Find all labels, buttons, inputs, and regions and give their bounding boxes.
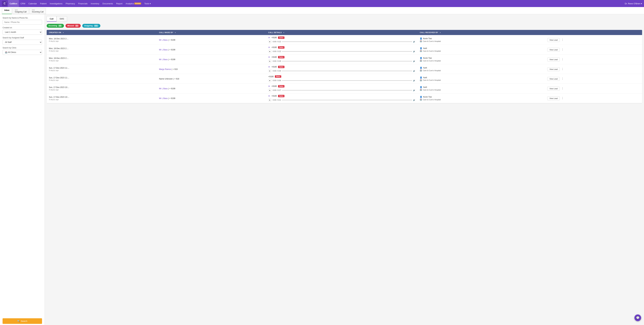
tab-sms[interactable]: SMS	[56, 16, 67, 22]
volume-icon-4[interactable]: 🔊	[413, 80, 415, 82]
cell-received-1: 👤 Aarti 🏥 Care & Cure's Hospital	[418, 45, 545, 55]
more-options-button-6[interactable]: ⋮	[560, 96, 565, 100]
more-options-button-1[interactable]: ⋮	[560, 48, 565, 51]
volume-icon-1[interactable]: 🔊	[413, 50, 415, 53]
progress-bar-1[interactable]	[282, 51, 412, 52]
nav-investigations[interactable]: Investigations	[48, 0, 64, 7]
subtab-outgoing-call[interactable]: New Outgoing Call	[12, 8, 29, 14]
caller-link-6[interactable]: Mr L Basu	[159, 97, 168, 100]
view-lead-button-4[interactable]: View Lead	[547, 77, 560, 81]
clinic-select[interactable]: 🏥 All Clinics	[2, 50, 42, 55]
more-options-button-3[interactable]: ⋮	[560, 67, 565, 71]
subtab-outgoing-sublabel: New	[15, 9, 26, 11]
search-button[interactable]: 🔍 Search	[2, 318, 42, 324]
main-content: Call SMS Incoming 40 Missed 32 Outgoing …	[45, 14, 644, 325]
caller-link-0[interactable]: Mr L Basu	[159, 39, 168, 41]
volume-icon-5[interactable]: 🔊	[413, 89, 415, 91]
caller-link-3[interactable]: Margo Ramos	[159, 68, 171, 70]
nav-calendar[interactable]: Calendar	[27, 0, 38, 7]
nav-callbox[interactable]: CallBox	[8, 0, 19, 7]
app-logo[interactable]: C n	[2, 1, 7, 6]
rcv-name-1: 👤 Aarti	[420, 47, 543, 50]
play-button-3[interactable]: ▶	[268, 69, 272, 73]
user-menu[interactable]: Dr. Rene O'Brien ▾	[625, 3, 642, 5]
col-created-on-filter-icon[interactable]: ▼	[62, 32, 64, 34]
more-options-button-5[interactable]: ⋮	[560, 87, 565, 90]
caller-pipe-2: |	[168, 58, 169, 61]
caller-phone-1: + 9199	[170, 49, 175, 51]
cell-received-4: 👤 Aarti 🏥 Care & Cure's Hospital	[418, 74, 545, 84]
nav-crm[interactable]: CRM	[19, 0, 27, 7]
play-button-1[interactable]: ▶	[268, 50, 272, 53]
rcv-clinic-3: 🏥 Care & Cure's Hospital	[420, 69, 543, 72]
subtab-inbox[interactable]: Inbox	[2, 8, 12, 14]
view-lead-button-2[interactable]: View Lead	[547, 58, 560, 61]
caller-link-2[interactable]: Mr L Basu	[159, 58, 168, 61]
col-call-received-by[interactable]: CALL RECEIVED BY ▼	[418, 30, 545, 35]
filter-missed[interactable]: Missed 32	[66, 24, 81, 28]
view-lead-button-5[interactable]: View Lead	[547, 87, 560, 91]
rcv-name-0: 👤 Kevin Two	[420, 38, 543, 40]
nav-financials[interactable]: Financials	[76, 0, 89, 7]
play-button-6[interactable]: ▶	[268, 98, 272, 102]
caller-link-1[interactable]: Mr L Basu	[159, 49, 168, 51]
assigned-staff-label: Search by Assigned Staff	[2, 37, 42, 39]
more-options-button-0[interactable]: ⋮	[560, 38, 565, 42]
filter-incoming[interactable]: Incoming 40	[47, 24, 64, 28]
volume-icon-6[interactable]: 🔊	[413, 99, 415, 101]
assigned-staff-select[interactable]: All Staff	[2, 40, 42, 45]
progress-bar-0[interactable]	[282, 42, 412, 42]
more-options-button-4[interactable]: ⋮	[560, 77, 565, 81]
play-button-0[interactable]: ▶	[268, 40, 272, 43]
audio-player-4: ▶ 0:00 / 0:06 🔊	[268, 79, 415, 82]
cell-caller-6: Mr L Basu | + 9199	[157, 93, 266, 103]
audio-player-0: ▶ 0:00 / 0:22 🔊	[268, 40, 415, 43]
volume-icon-2[interactable]: 🔊	[413, 60, 415, 62]
play-button-4[interactable]: ▶	[268, 79, 272, 82]
col-call-details-filter-icon[interactable]: ▼	[283, 32, 284, 34]
user-label: Dr. Rene O'Brien ▾	[625, 3, 642, 5]
volume-icon-3[interactable]: 🔊	[413, 70, 415, 72]
chat-bubble[interactable]: 💬	[634, 314, 641, 321]
volume-icon-0[interactable]: 🔊	[413, 41, 415, 43]
col-call-made-by-filter-icon[interactable]: ▼	[174, 32, 176, 34]
nav-inventory[interactable]: Inventory	[89, 0, 101, 7]
play-button-5[interactable]: ▶	[268, 89, 272, 92]
col-call-details[interactable]: CALL DETAILS ▼	[266, 30, 418, 35]
view-lead-button-1[interactable]: View Lead	[547, 48, 560, 52]
call-number-row-2: ✳ +9180 Sales	[268, 56, 415, 58]
progress-bar-5[interactable]	[282, 90, 412, 91]
filter-outgoing[interactable]: Outgoing 151	[82, 24, 100, 28]
caller-phone-3: + 919	[173, 68, 178, 70]
tab-call[interactable]: Call	[47, 16, 56, 22]
nav-tools[interactable]: Tools ▾	[143, 0, 152, 7]
nav-pharmacy[interactable]: Pharmacy	[64, 0, 77, 7]
view-lead-button-3[interactable]: View Lead	[547, 67, 560, 71]
cell-details-2: ✳ +9180 Sales ▶ 0:00 / 0:28 🔊	[266, 55, 418, 64]
col-call-received-by-filter-icon[interactable]: ▼	[440, 32, 441, 34]
rcv-name-6: 👤 Kevin Two	[420, 96, 543, 98]
col-created-on[interactable]: CREATED ON ▼	[47, 30, 157, 35]
view-lead-button-6[interactable]: View Lead	[547, 96, 560, 100]
play-button-2[interactable]: ▶	[268, 59, 272, 63]
progress-bar-4[interactable]	[282, 80, 412, 81]
progress-bar-6[interactable]	[282, 100, 412, 100]
caller-link-5[interactable]: Mr L Basu	[159, 88, 168, 90]
search-name-input[interactable]	[2, 20, 42, 25]
nav-documents[interactable]: Documents	[101, 0, 114, 7]
more-options-button-2[interactable]: ⋮	[560, 57, 565, 61]
created-on-select[interactable]: Last 1 month	[2, 30, 42, 35]
nav-report[interactable]: Report	[114, 0, 124, 7]
cell-actions-6: View Lead ⋮	[545, 93, 642, 103]
nav-analytics[interactable]: Analytics Preview	[124, 0, 143, 7]
cell-details-5: ✳ +9180 Sales ▶ 0:00 / 0:27 🔊	[266, 84, 418, 93]
progress-bar-2[interactable]	[282, 61, 412, 61]
progress-bar-3[interactable]	[282, 71, 412, 71]
view-lead-button-0[interactable]: View Lead	[547, 38, 560, 42]
rcv-name-4: 👤 Aarti	[420, 77, 543, 79]
col-call-made-by[interactable]: CALL MADE BY ▼	[157, 30, 266, 35]
subtab-incoming-call[interactable]: New Incoming Call	[30, 8, 46, 14]
person-icon-3: 👤	[420, 67, 422, 69]
caller-pipe-1: |	[168, 49, 169, 51]
nav-patient[interactable]: Patient	[38, 0, 48, 7]
